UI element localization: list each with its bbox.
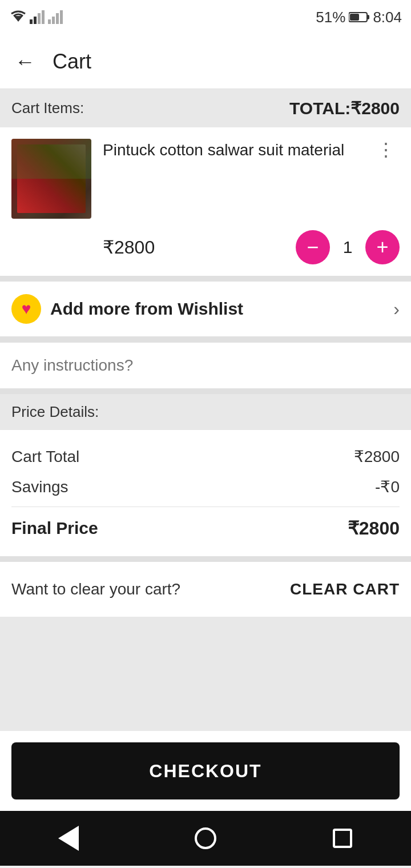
divider-2 [0,336,411,342]
status-bar-right: 51% 8:04 [316,9,402,26]
app-bar: ← Cart [0,34,411,89]
wifi-icon [9,10,27,24]
product-name: Pintuck cotton salwar suit material [103,139,372,161]
savings-row-label: Savings [11,478,68,496]
nav-back-button[interactable] [51,821,86,855]
price-details-body: Cart Total ₹2800 Savings -₹0 Final Price… [0,430,411,556]
signal-icon [30,10,46,24]
product-price: ₹2800 [103,236,155,258]
svg-marker-0 [14,16,23,22]
svg-rect-5 [48,19,51,24]
price-divider [11,507,400,507]
cart-item-bottom: ₹2800 − 1 + [11,230,400,264]
cart-total-row-label: Cart Total [11,448,79,466]
final-price-value: ₹2800 [348,517,400,539]
quantity-control: − 1 + [296,230,400,264]
cart-items-label: Cart Items: [11,99,84,117]
increase-quantity-button[interactable]: + [365,230,400,264]
svg-rect-2 [34,17,37,24]
status-bar-left [9,10,64,24]
svg-rect-11 [350,14,359,21]
nav-home-icon [195,827,216,849]
product-image [11,139,91,219]
cart-item: Pintuck cotton salwar suit material ⋮ ₹2… [0,127,411,276]
cart-header-bar: Cart Items: TOTAL:₹2800 [0,89,411,127]
svg-rect-7 [56,13,59,24]
price-details-title: Price Details: [11,403,99,420]
nav-recents-icon [333,829,352,848]
svg-rect-10 [367,15,369,19]
price-details-header: Price Details: [0,394,411,430]
svg-rect-8 [60,10,63,24]
clear-cart-question: Want to clear your cart? [11,580,180,598]
final-price-row: Final Price ₹2800 [11,512,400,545]
nav-back-icon [58,826,79,851]
product-info: Pintuck cotton salwar suit material ⋮ [103,139,400,161]
cart-item-top: Pintuck cotton salwar suit material ⋮ [11,139,400,219]
more-options-icon[interactable]: ⋮ [372,139,400,160]
instructions-input[interactable] [11,356,400,375]
cart-total-row-value: ₹2800 [354,447,400,466]
instructions-section [0,342,411,388]
grey-spacer [0,617,411,731]
signal-icon-2 [48,10,64,24]
wishlist-left: ♥ Add more from Wishlist [11,294,243,324]
back-button[interactable]: ← [11,48,39,75]
back-arrow-icon: ← [15,50,35,74]
wishlist-section[interactable]: ♥ Add more from Wishlist › [0,282,411,336]
time-display: 8:04 [373,9,402,26]
decrease-quantity-button[interactable]: − [296,230,330,264]
svg-rect-6 [52,17,55,24]
svg-rect-3 [38,13,41,24]
quantity-value: 1 [339,238,356,257]
nav-recents-button[interactable] [325,821,360,855]
battery-icon [349,11,369,23]
divider-1 [0,276,411,282]
cart-total-label: TOTAL:₹2800 [289,98,400,118]
wishlist-icon-wrap: ♥ [11,294,41,324]
clear-cart-section: Want to clear your cart? CLEAR CART [0,556,411,617]
nav-home-button[interactable] [188,821,223,855]
heart-icon: ♥ [22,300,31,318]
status-bar: 51% 8:04 [0,0,411,34]
battery-percentage: 51% [316,9,345,26]
chevron-right-icon: › [393,299,400,320]
savings-row-value: -₹0 [375,477,400,496]
clear-cart-button[interactable]: CLEAR CART [290,580,400,598]
svg-rect-4 [42,10,45,24]
divider-3 [0,388,411,394]
checkout-section: CHECKOUT [0,731,411,811]
checkout-button[interactable]: CHECKOUT [11,742,400,799]
android-nav-bar [0,811,411,866]
cart-total-row: Cart Total ₹2800 [11,441,400,472]
final-price-label: Final Price [11,519,98,538]
page-title: Cart [53,50,91,74]
savings-row: Savings -₹0 [11,472,400,502]
svg-rect-1 [30,19,33,24]
wishlist-label: Add more from Wishlist [50,299,243,319]
